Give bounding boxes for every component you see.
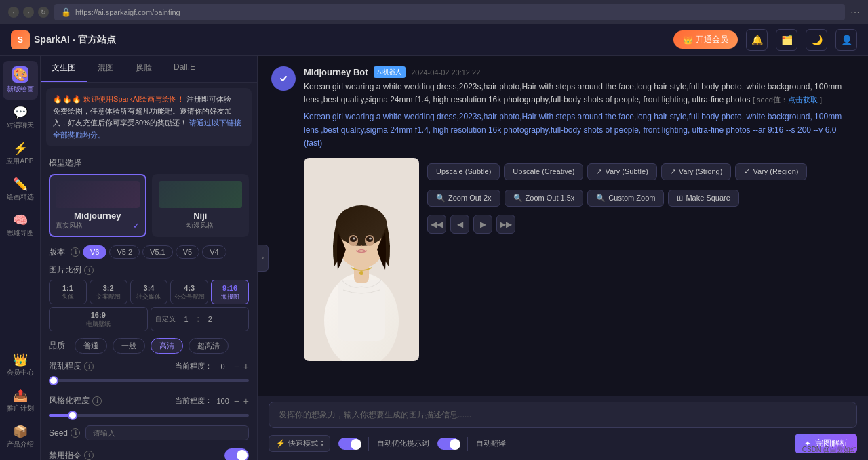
- tabs-row: 文生图 混图 换脸 Dall.E: [41, 56, 257, 83]
- prompt-input[interactable]: 发挥你的想象力，输入你想要生成的图片描述信息......: [269, 402, 857, 428]
- user-btn[interactable]: 👤: [835, 29, 857, 51]
- stylize-value: 100: [216, 397, 230, 405]
- ratio-4-3[interactable]: 4:3公众号配图: [170, 280, 208, 304]
- sidebar-item-painting[interactable]: 🎨 新版绘画: [3, 61, 38, 100]
- model-midjourney[interactable]: Midjourney 真实风格 ✓: [49, 174, 146, 237]
- vip-button[interactable]: 👑 开通会员: [673, 30, 738, 49]
- sidebar-item-product[interactable]: 📦 产品介绍: [3, 420, 38, 455]
- ratio-row2: 16:9电脑壁纸 自定义 :: [49, 307, 249, 331]
- model-niji[interactable]: Niji 动漫风格: [152, 174, 250, 237]
- upscale-subtle-btn[interactable]: Upscale (Subtle): [427, 163, 500, 180]
- app-name: SparkAI - 官方站点: [34, 34, 116, 46]
- spark-icon: S: [11, 30, 30, 49]
- stylize-section: 风格化程度 ℹ 当前程度： 100 − +: [41, 392, 257, 421]
- vary-strong-btn[interactable]: ↗ Vary (Strong): [661, 163, 732, 180]
- ratio-info-icon[interactable]: ℹ: [84, 266, 94, 275]
- forbidden-info-icon[interactable]: ℹ: [84, 451, 94, 460]
- bot-badge: AI机器人: [374, 66, 406, 78]
- sidebar-item-promote[interactable]: 📤 推广计划: [3, 384, 38, 419]
- tab-face-swap[interactable]: 换脸: [125, 56, 163, 82]
- nav-next-next[interactable]: ▶▶: [496, 215, 515, 234]
- ratio-1-1[interactable]: 1:1头像: [49, 280, 87, 304]
- stylize-increase[interactable]: +: [243, 396, 249, 406]
- forbidden-row: 禁用指令 ℹ: [41, 444, 257, 460]
- sidebar-nav: 🎨 新版绘画 💬 对话聊天 ⚡ 应用APP ✏️ 绘画精选 🧠 思维导图 👑: [0, 56, 41, 460]
- sidebar-item-membership[interactable]: 👑 会员中心: [3, 348, 38, 383]
- input-area: 发挥你的想象力，输入你想要生成的图片描述信息...... ⚡ 快速模式 ∶ 自动…: [258, 396, 868, 460]
- chaos-slider[interactable]: [49, 379, 249, 382]
- nav-prev[interactable]: ◀: [450, 215, 469, 234]
- stylize-info-icon[interactable]: ℹ: [92, 396, 102, 406]
- quality-ultra[interactable]: 超高清: [189, 338, 229, 354]
- stylize-decrease[interactable]: −: [234, 396, 239, 406]
- chat-icon: 💬: [13, 106, 28, 119]
- sidebar-item-app[interactable]: ⚡ 应用APP: [3, 137, 38, 171]
- collapse-btn[interactable]: ›: [258, 245, 269, 272]
- forbidden-toggle[interactable]: [224, 448, 249, 460]
- app-icon: ⚡: [13, 142, 28, 154]
- version-v52[interactable]: V5.2: [109, 245, 140, 259]
- zoom-out-1-5x-icon: 🔍: [513, 194, 523, 203]
- vary-subtle-btn[interactable]: ↗ Vary (Subtle): [587, 163, 656, 180]
- crown-icon: 👑: [683, 35, 693, 45]
- chaos-increase[interactable]: +: [243, 361, 249, 372]
- sidebar-item-mindmap[interactable]: 🧠 思维导图: [3, 209, 38, 243]
- custom-ratio-h[interactable]: [202, 315, 218, 323]
- custom-zoom-btn[interactable]: 🔍 Custom Zoom: [587, 190, 664, 207]
- ratio-16-9[interactable]: 16:9电脑壁纸: [49, 307, 148, 331]
- stylize-slider[interactable]: [49, 414, 249, 417]
- vary-region-btn[interactable]: ✓ Vary (Region): [735, 163, 807, 180]
- sidebar-item-chat[interactable]: 💬 对话聊天: [3, 101, 38, 135]
- seed-row: Seed ℹ: [41, 421, 257, 444]
- version-row: 版本 ℹ V6 V5.2 V5.1 V5 V4: [41, 243, 257, 262]
- refresh-btn[interactable]: ↻: [38, 7, 49, 18]
- forward-btn[interactable]: ›: [23, 7, 34, 18]
- message-content: Midjourney Bot AI机器人 2024-04-02 20:12:22…: [304, 66, 854, 361]
- ratio-3-4[interactable]: 3:4社交媒体: [130, 280, 168, 304]
- darkmode-btn[interactable]: 🌙: [806, 29, 827, 51]
- tab-mix[interactable]: 混图: [87, 56, 125, 82]
- version-info-icon[interactable]: ℹ: [71, 247, 80, 257]
- zoom-out-2x-btn[interactable]: 🔍 Zoom Out 2x: [427, 190, 500, 207]
- quality-hd[interactable]: 高清: [151, 338, 183, 354]
- bookmark-btn[interactable]: 🗂️: [776, 29, 797, 51]
- version-v5[interactable]: V5: [176, 245, 199, 259]
- promo-banner: 🔥🔥🔥 欢迎使用SparkAI绘画与绘图！ 注册即可体验 免费绘图，任意体验所有…: [46, 88, 252, 146]
- tab-text-image[interactable]: 文生图: [41, 56, 87, 82]
- tab-dalle[interactable]: Dall.E: [163, 56, 206, 82]
- action-buttons: Upscale (Subtle) Upscale (Creative) ↗ Va…: [427, 163, 807, 180]
- version-v6[interactable]: V6: [83, 245, 106, 259]
- fast-mode-btn[interactable]: ⚡ 快速模式 ∶: [269, 435, 330, 452]
- custom-ratio-w[interactable]: [178, 315, 195, 323]
- sidebar-item-gallery[interactable]: ✏️ 绘画精选: [3, 173, 38, 207]
- app-logo: S SparkAI - 官方站点: [11, 30, 116, 49]
- make-square-btn[interactable]: ⊞ Make Square: [668, 190, 738, 207]
- paint-icon: 🎨: [12, 66, 28, 83]
- version-v51[interactable]: V5.1: [142, 245, 173, 259]
- back-btn[interactable]: ‹: [8, 7, 19, 18]
- svg-point-0: [277, 72, 290, 85]
- nav-next[interactable]: ▶: [473, 215, 492, 234]
- ratio-3-2[interactable]: 3:2文案配图: [90, 280, 127, 304]
- upscale-creative-btn[interactable]: Upscale (Creative): [504, 163, 583, 180]
- chaos-decrease[interactable]: −: [234, 361, 239, 372]
- quality-general[interactable]: 一般: [113, 338, 145, 354]
- seed-info-icon[interactable]: ℹ: [71, 428, 80, 438]
- optimize-toggle[interactable]: [437, 438, 459, 450]
- seed-link[interactable]: 点击获取: [788, 96, 818, 104]
- nav-prev-prev[interactable]: ◀◀: [427, 215, 446, 234]
- model-section-label: 模型选择: [41, 152, 257, 171]
- svg-rect-3: [338, 280, 385, 341]
- ratio-9-16[interactable]: 9:16海报图: [211, 280, 249, 304]
- version-v4[interactable]: V4: [202, 245, 226, 259]
- seed-input[interactable]: [85, 425, 249, 440]
- fast-mode-toggle[interactable]: [338, 438, 360, 450]
- right-panel: › Midjourney Bot AI机器人: [258, 56, 868, 460]
- url-bar[interactable]: 🔒 https://ai.sparkaigf.com/painting: [54, 4, 845, 20]
- quality-normal[interactable]: 普通: [75, 338, 107, 354]
- vary-strong-icon: ↗: [670, 167, 676, 176]
- zoom-out-1-5x-btn[interactable]: 🔍 Zoom Out 1.5x: [505, 190, 584, 207]
- notification-btn[interactable]: 🔔: [746, 29, 768, 51]
- input-controls: ⚡ 快速模式 ∶ 自动优化提示词 自动翻译 ✦ 完图解析: [269, 434, 857, 453]
- chaos-info-icon[interactable]: ℹ: [84, 362, 94, 371]
